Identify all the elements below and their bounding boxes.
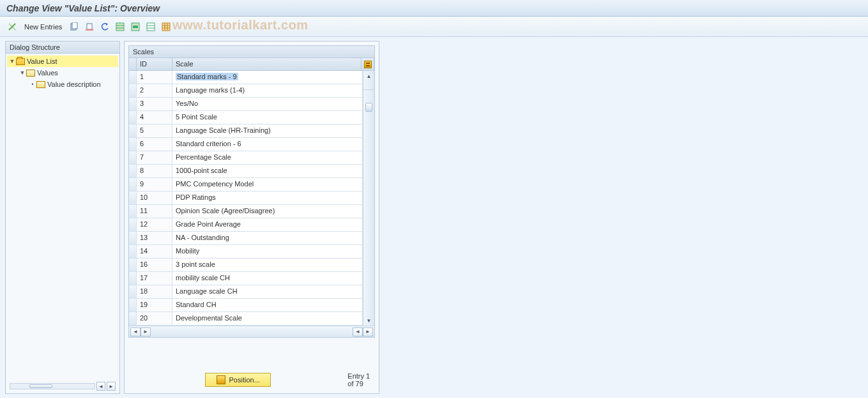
scroll-right-icon[interactable]: ►	[363, 327, 373, 336]
cell-id[interactable]: 3	[137, 98, 172, 110]
col-select-all[interactable]	[129, 58, 137, 70]
new-entries-button[interactable]: New Entries	[22, 22, 65, 32]
table-row[interactable]: 81000-point scale	[129, 165, 363, 178]
cell-id[interactable]: 8	[137, 165, 172, 177]
cell-scale[interactable]: Language marks (1-4)	[172, 84, 363, 97]
tree-node-value-list[interactable]: ▼ Value List	[7, 56, 118, 67]
cell-id[interactable]: 17	[137, 272, 172, 285]
cell-scale[interactable]: Percentage Scale	[172, 151, 363, 164]
cell-scale[interactable]: Standard criterion - 6	[172, 138, 363, 151]
cell-scale[interactable]: PDP Ratings	[172, 192, 363, 204]
cell-id[interactable]: 20	[137, 312, 172, 325]
scrollbar-thumb[interactable]	[29, 384, 52, 388]
scroll-down-icon[interactable]: ▼	[363, 315, 374, 326]
cell-scale[interactable]: Developmental Scale	[172, 312, 363, 325]
row-selector[interactable]	[129, 165, 137, 177]
scrollbar-track[interactable]	[10, 383, 95, 389]
col-id[interactable]: ID	[137, 58, 172, 70]
scroll-right-icon[interactable]: ►	[107, 382, 116, 391]
row-selector[interactable]	[129, 299, 137, 312]
row-selector[interactable]	[129, 285, 137, 298]
tree-node-value-description[interactable]: • Value description	[7, 79, 118, 90]
expand-icon[interactable]: ▼	[19, 70, 26, 76]
cell-scale[interactable]: 1000-point scale	[172, 165, 363, 177]
toggle-edit-icon[interactable]	[6, 21, 18, 33]
table-row[interactable]: 17mobility scale CH	[129, 272, 363, 285]
table-row[interactable]: 1Standard marks - 9	[129, 71, 363, 84]
table-row[interactable]: 45 Point Scale	[129, 111, 363, 124]
scroll-right-icon[interactable]: ►	[141, 327, 151, 336]
row-selector[interactable]	[129, 151, 137, 164]
cell-id[interactable]: 11	[137, 205, 172, 218]
row-selector[interactable]	[129, 124, 137, 137]
row-selector[interactable]	[129, 192, 137, 204]
copy-icon[interactable]	[68, 21, 80, 33]
tree-node-values[interactable]: ▼ Values	[7, 67, 118, 79]
cell-scale[interactable]: PMC Competency Model	[172, 178, 363, 191]
table-row[interactable]: 10PDP Ratings	[129, 192, 363, 205]
cell-id[interactable]: 10	[137, 192, 172, 204]
scrollbar-thumb[interactable]	[365, 103, 372, 112]
row-selector[interactable]	[129, 111, 137, 124]
select-all-icon[interactable]	[114, 21, 126, 33]
expand-icon[interactable]: ▼	[8, 58, 16, 64]
cell-scale[interactable]: Mobility	[172, 245, 363, 258]
table-row[interactable]: 9PMC Competency Model	[129, 178, 363, 192]
row-selector[interactable]	[129, 259, 137, 271]
scroll-left-icon[interactable]: ◄	[353, 327, 363, 336]
cell-scale[interactable]: Standard CH	[172, 299, 363, 312]
h-scrollbar[interactable]: ◄ ► ◄ ►	[129, 326, 374, 337]
cell-id[interactable]: 6	[137, 138, 172, 151]
cell-id[interactable]: 4	[137, 111, 172, 124]
table-view-icon[interactable]	[160, 21, 172, 33]
cell-id[interactable]: 14	[137, 245, 172, 258]
select-block-icon[interactable]	[130, 21, 141, 33]
cell-scale[interactable]: mobility scale CH	[172, 272, 363, 285]
cell-id[interactable]: 1	[137, 71, 172, 84]
cell-scale[interactable]: Language Scale (HR-Training)	[172, 124, 363, 137]
col-scale[interactable]: Scale	[172, 58, 362, 70]
col-config-button[interactable]	[362, 58, 374, 70]
table-row[interactable]: 7Percentage Scale	[129, 151, 363, 165]
table-row[interactable]: 13NA - Outstanding	[129, 232, 363, 245]
cell-scale[interactable]: Standard marks - 9	[172, 71, 363, 84]
scroll-left-icon[interactable]: ◄	[96, 382, 105, 391]
v-scrollbar[interactable]: ▲ ▼	[363, 71, 374, 326]
position-button[interactable]: Position...	[205, 373, 271, 387]
cell-scale[interactable]: Yes/No	[172, 98, 363, 110]
cell-scale[interactable]: 5 Point Scale	[172, 111, 363, 124]
row-selector[interactable]	[129, 84, 137, 97]
panel-h-scrollbar[interactable]: ◄ ►	[10, 381, 116, 391]
row-selector[interactable]	[129, 205, 137, 218]
row-selector[interactable]	[129, 245, 137, 258]
cell-id[interactable]: 12	[137, 218, 172, 231]
row-selector[interactable]	[129, 98, 137, 110]
cell-id[interactable]: 18	[137, 285, 172, 298]
cell-id[interactable]: 16	[137, 259, 172, 271]
delete-icon[interactable]	[84, 21, 95, 33]
cell-id[interactable]: 2	[137, 84, 172, 97]
cell-scale[interactable]: 3 point scale	[172, 259, 363, 271]
row-selector[interactable]	[129, 178, 137, 191]
table-row[interactable]: 19Standard CH	[129, 299, 363, 312]
row-selector[interactable]	[129, 312, 137, 325]
table-row[interactable]: 11Opinion Scale (Agree/Disagree)	[129, 205, 363, 218]
cell-scale[interactable]: Grade Point Average	[172, 218, 363, 231]
row-selector[interactable]	[129, 71, 137, 84]
scroll-left-icon[interactable]: ◄	[130, 327, 141, 336]
table-row[interactable]: 18Language scale CH	[129, 285, 363, 299]
cell-id[interactable]: 19	[137, 299, 172, 312]
cell-id[interactable]: 13	[137, 232, 172, 245]
table-row[interactable]: 6Standard criterion - 6	[129, 138, 363, 151]
row-selector[interactable]	[129, 232, 137, 245]
cell-id[interactable]: 7	[137, 151, 172, 164]
row-selector[interactable]	[129, 218, 137, 231]
cell-scale[interactable]: NA - Outstanding	[172, 232, 363, 245]
undo-icon[interactable]	[99, 21, 110, 33]
table-row[interactable]: 2Language marks (1-4)	[129, 84, 363, 98]
cell-id[interactable]: 9	[137, 178, 172, 191]
table-row[interactable]: 163 point scale	[129, 259, 363, 272]
cell-scale[interactable]: Language scale CH	[172, 285, 363, 298]
scroll-up-icon[interactable]: ▲	[363, 71, 374, 81]
row-selector[interactable]	[129, 272, 137, 285]
